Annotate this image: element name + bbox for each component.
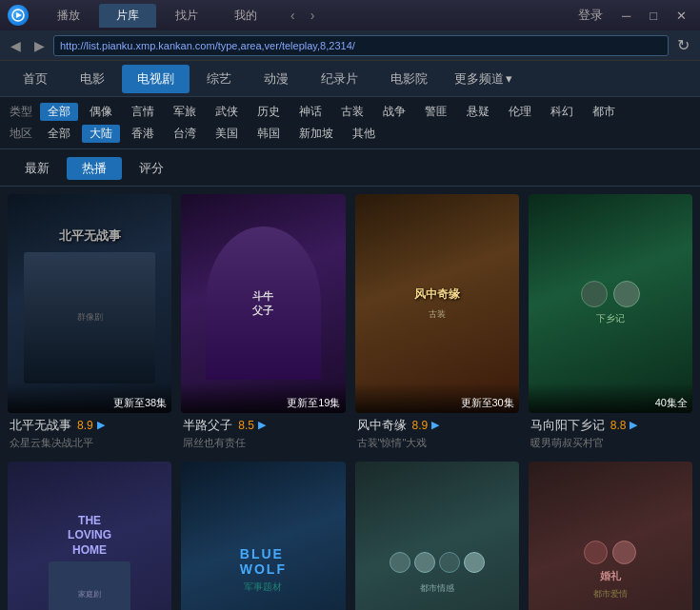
card-1-info: 北平无战事 8.9 ▶ 众星云集决战北平 <box>8 413 171 452</box>
tab-find[interactable]: 找片 <box>158 4 215 28</box>
card-1-score: 8.9 <box>77 419 93 432</box>
login-button[interactable]: 登录 <box>572 5 609 26</box>
minimize-button[interactable]: ─ <box>616 7 636 25</box>
card-4-play[interactable]: ▶ <box>630 419 637 431</box>
nav-home[interactable]: 首页 <box>8 65 63 93</box>
forward-button[interactable]: ▶ <box>30 36 50 55</box>
card-3-badge: 更新至30集 <box>355 383 519 413</box>
close-button[interactable]: ✕ <box>670 7 692 25</box>
nav-cinema[interactable]: 电影院 <box>375 65 443 93</box>
card-5[interactable]: THELOVINGHOME 家庭剧 把爱带回家 <box>8 462 171 610</box>
address-bar[interactable]: http://list.pianku.xmp.kankan.com/type,a… <box>53 35 669 56</box>
card-3-title: 风中奇缘 <box>357 417 407 434</box>
region-tag-sg[interactable]: 新加坡 <box>291 125 341 143</box>
tab-play[interactable]: 播放 <box>40 4 97 28</box>
sort-score[interactable]: 评分 <box>124 157 179 180</box>
card-6[interactable]: BLUEWOLF 军事题材 蓝狼 <box>181 462 345 610</box>
region-tag-hk[interactable]: 香港 <box>124 125 162 143</box>
type-tag-idol[interactable]: 偶像 <box>82 103 120 121</box>
region-tag-other[interactable]: 其他 <box>345 125 383 143</box>
type-tag-all[interactable]: 全部 <box>40 103 78 121</box>
card-2-info: 半路父子 8.5 ▶ 屌丝也有责任 <box>181 413 345 452</box>
card-4[interactable]: 下乡记 40集全 马向阳下乡记 8.8 ▶ 暖男萌叔买村官 <box>529 194 692 452</box>
type-tag-urban[interactable]: 都市 <box>585 103 623 121</box>
card-3-thumb: 风中奇缘 古装 更新至30集 <box>355 194 519 413</box>
title-tabs: 播放 片库 找片 我的 <box>40 4 274 28</box>
nav-anime[interactable]: 动漫 <box>249 65 304 93</box>
card-3-info: 风中奇缘 8.9 ▶ 古装"惊情"大戏 <box>355 413 519 452</box>
title-bar: 播放 片库 找片 我的 ‹ › 登录 ─ □ ✕ <box>0 0 700 30</box>
nav-tvshow[interactable]: 电视剧 <box>122 65 190 93</box>
nav-movie[interactable]: 电影 <box>65 65 120 93</box>
card-3[interactable]: 风中奇缘 古装 更新至30集 风中奇缘 8.9 ▶ 古装"惊情"大戏 <box>355 194 519 452</box>
card-1-badge: 更新至38集 <box>8 383 171 413</box>
card-4-score: 8.8 <box>610 419 627 432</box>
region-tag-all[interactable]: 全部 <box>40 125 78 143</box>
tab-mine[interactable]: 我的 <box>217 4 274 28</box>
sort-hot[interactable]: 热播 <box>67 157 122 180</box>
region-tag-us[interactable]: 美国 <box>208 125 246 143</box>
title-bar-right: 登录 ─ □ ✕ <box>572 5 692 26</box>
type-tag-wuxia[interactable]: 武侠 <box>208 103 246 121</box>
card-3-play[interactable]: ▶ <box>431 419 439 431</box>
filter-area: 类型 全部 偶像 言情 军旅 武侠 历史 神话 古装 战争 警匪 悬疑 伦理 科… <box>0 97 700 149</box>
nav-next-arrow[interactable]: › <box>306 6 320 25</box>
card-8-thumb: 婚礼 都市爱情 <box>529 462 692 610</box>
type-tag-crime[interactable]: 警匪 <box>417 103 455 121</box>
card-2-title: 半路父子 <box>183 417 232 434</box>
type-label: 类型 <box>10 104 36 120</box>
card-4-badge: 40集全 <box>529 383 692 413</box>
main-nav: 首页 电影 电视剧 综艺 动漫 纪录片 电影院 更多频道 ▾ <box>0 61 700 97</box>
nav-prev-arrow[interactable]: ‹ <box>286 6 300 25</box>
nav-bar: ◀ ▶ http://list.pianku.xmp.kankan.com/ty… <box>0 30 700 61</box>
region-label: 地区 <box>10 126 36 142</box>
card-1-play[interactable]: ▶ <box>97 419 105 431</box>
card-2-desc: 屌丝也有责任 <box>183 436 343 450</box>
card-6-thumb: BLUEWOLF 军事题材 <box>181 462 345 610</box>
card-1-desc: 众星云集决战北平 <box>10 436 170 450</box>
type-tag-war[interactable]: 战争 <box>375 103 413 121</box>
type-filter-row: 类型 全部 偶像 言情 军旅 武侠 历史 神话 古装 战争 警匪 悬疑 伦理 科… <box>10 103 690 121</box>
refresh-button[interactable]: ↻ <box>672 34 694 56</box>
region-tag-tw[interactable]: 台湾 <box>166 125 204 143</box>
card-1-thumb: 北平无战事 群像剧 更新至38集 <box>8 194 171 413</box>
type-tag-suspense[interactable]: 悬疑 <box>459 103 497 121</box>
region-filter-row: 地区 全部 大陆 香港 台湾 美国 韩国 新加坡 其他 <box>10 125 690 143</box>
card-1[interactable]: 北平无战事 群像剧 更新至38集 北平无战事 8.9 ▶ 众星云集决战北平 <box>8 194 171 452</box>
card-3-score: 8.9 <box>412 419 429 432</box>
card-4-title: 马向阳下乡记 <box>530 417 605 434</box>
card-2-score: 8.5 <box>238 419 254 432</box>
card-grid: 北平无战事 群像剧 更新至38集 北平无战事 8.9 ▶ 众星云集决战北平 <box>8 194 692 610</box>
type-tag-history[interactable]: 历史 <box>250 103 288 121</box>
content-area: 北平无战事 群像剧 更新至38集 北平无战事 8.9 ▶ 众星云集决战北平 <box>0 187 700 610</box>
card-3-desc: 古装"惊情"大戏 <box>357 436 517 450</box>
card-4-thumb: 下乡记 40集全 <box>529 194 692 413</box>
type-tag-ethics[interactable]: 伦理 <box>501 103 539 121</box>
type-tag-military[interactable]: 军旅 <box>166 103 204 121</box>
type-tag-romance[interactable]: 言情 <box>124 103 162 121</box>
nav-variety[interactable]: 综艺 <box>191 65 247 93</box>
app-logo <box>8 5 29 26</box>
maximize-button[interactable]: □ <box>644 7 663 25</box>
card-4-desc: 暖男萌叔买村官 <box>530 436 690 450</box>
card-8[interactable]: 婚礼 都市爱情 婚礼 <box>529 462 692 610</box>
card-7[interactable]: 都市情感 第三种爱情 <box>355 462 519 610</box>
nav-documentary[interactable]: 纪录片 <box>306 65 373 93</box>
title-bar-left: 播放 片库 找片 我的 ‹ › <box>8 4 319 28</box>
card-2-play[interactable]: ▶ <box>258 419 266 431</box>
sort-tabs: 最新 热播 评分 <box>0 149 700 187</box>
back-button[interactable]: ◀ <box>6 36 26 55</box>
sort-newest[interactable]: 最新 <box>10 157 65 180</box>
nav-more[interactable]: 更多频道 ▾ <box>445 65 522 93</box>
card-1-title: 北平无战事 <box>10 417 71 434</box>
tab-library[interactable]: 片库 <box>99 4 156 28</box>
region-tag-mainland[interactable]: 大陆 <box>82 125 120 143</box>
type-tag-scifi[interactable]: 科幻 <box>543 103 581 121</box>
card-2[interactable]: 斗牛父子 更新至19集 半路父子 8.5 ▶ 屌丝也有责任 <box>181 194 345 452</box>
region-tag-kr[interactable]: 韩国 <box>250 125 288 143</box>
svg-marker-1 <box>16 12 22 18</box>
card-2-badge: 更新至19集 <box>181 383 345 413</box>
type-tag-myth[interactable]: 神话 <box>291 103 330 121</box>
card-2-thumb: 斗牛父子 更新至19集 <box>181 194 345 413</box>
type-tag-costume[interactable]: 古装 <box>333 103 371 121</box>
